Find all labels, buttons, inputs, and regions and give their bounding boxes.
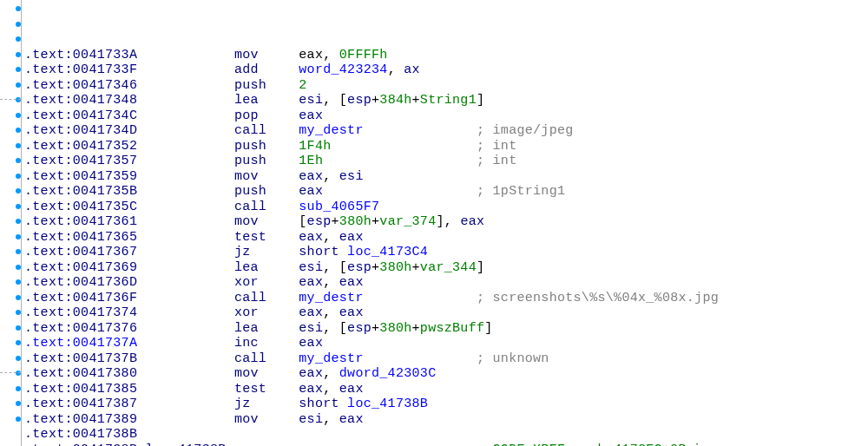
operands: eax, esi	[299, 169, 363, 184]
code-line[interactable]: .text:00417352 push 1F4h ; int	[24, 139, 868, 154]
breakpoint-dot[interactable]	[16, 36, 21, 42]
breakpoint-dot[interactable]	[16, 356, 21, 361]
section-addr: .text:00417389	[24, 412, 137, 427]
mnemonic: mov	[234, 214, 299, 229]
breakpoint-dot[interactable]	[16, 416, 21, 422]
breakpoint-dot[interactable]	[16, 82, 21, 88]
mnemonic: call	[234, 291, 299, 305]
mnemonic: push	[234, 184, 299, 199]
code-line[interactable]: .text:00417348 lea esi, [esp+384h+String…	[24, 93, 868, 108]
breakpoint-dot[interactable]	[16, 249, 21, 254]
comment: ; unknown	[477, 351, 549, 366]
code-label	[146, 123, 234, 138]
code-line[interactable]: .text:0041733F add word_423234, ax	[24, 62, 868, 78]
code-line[interactable]: .text:00417389 mov esi, eax	[24, 412, 868, 428]
breakpoint-dot[interactable]	[16, 279, 21, 285]
code-line[interactable]: .text:0041735C call sub_4065F7	[24, 200, 868, 215]
section-addr: .text:00417374	[24, 305, 137, 320]
code-line[interactable]: .text:0041734D call my_destr ; image/jpe…	[24, 123, 868, 139]
breakpoint-dot[interactable]	[16, 52, 21, 57]
operands: short loc_4173C4	[299, 245, 428, 259]
code-line[interactable]: .text:00417374 xor eax, eax	[24, 305, 868, 321]
code-label	[146, 245, 234, 259]
code-line[interactable]: .text:00417387 jz short loc_41738B	[24, 397, 868, 412]
comment: ; int	[477, 154, 517, 168]
breakpoint-dot[interactable]	[16, 310, 21, 315]
xref: ; CODE XREF: sub_4172EC+9B↑j	[477, 443, 700, 447]
breakpoint-dot[interactable]	[16, 6, 21, 11]
operands: 1F4h	[299, 139, 331, 154]
section-addr: .text:00417357	[24, 154, 137, 168]
breakpoint-dot[interactable]	[16, 204, 21, 209]
section-addr: .text:0041735C	[24, 200, 137, 214]
code-label	[146, 154, 234, 168]
code-line[interactable]: .text:0041738B loc_41738B: ; CODE XREF: …	[24, 443, 868, 447]
code-line[interactable]: .text:00417367 jz short loc_4173C4	[24, 245, 868, 260]
code-label	[146, 214, 234, 229]
breakpoint-dot[interactable]	[16, 188, 21, 193]
code-line[interactable]: .text:00417380 mov eax, dword_42303C	[24, 366, 868, 382]
disassembly-view: .text:0041733A mov eax, 0FFFFh.text:0041…	[0, 0, 868, 446]
breakpoint-dot[interactable]	[16, 143, 21, 148]
operands: word_423234, ax	[299, 62, 420, 77]
code-label	[146, 108, 234, 123]
operands: esi, eax	[299, 412, 363, 427]
code-line[interactable]: .text:00417376 lea esi, [esp+380h+pwszBu…	[24, 321, 868, 337]
mnemonic: push	[234, 139, 299, 154]
breakpoint-dot[interactable]	[16, 234, 21, 239]
section-addr: .text:00417369	[24, 260, 137, 275]
operands: eax, eax	[299, 382, 363, 397]
code-line[interactable]: .text:0041733A mov eax, 0FFFFh	[24, 48, 868, 63]
code-line[interactable]: .text:00417357 push 1Eh ; int	[24, 154, 868, 169]
breakpoint-dot[interactable]	[16, 67, 21, 72]
breakpoint-dot[interactable]	[16, 386, 21, 391]
breakpoint-dot[interactable]	[16, 128, 21, 133]
code-line[interactable]: .text:0041737A inc eax	[24, 336, 868, 351]
code-label	[146, 78, 234, 93]
operands: my_destr	[299, 123, 363, 138]
breakpoint-dot[interactable]	[16, 219, 21, 224]
breakpoint-dot[interactable]	[16, 340, 21, 345]
breakpoint-dot[interactable]	[16, 295, 21, 300]
code-line[interactable]: .text:00417385 test eax, eax	[24, 382, 868, 397]
mnemonic: lea	[234, 260, 299, 275]
operands: esi, [esp+380h+var_344]	[299, 260, 484, 275]
breakpoint-dot[interactable]	[16, 265, 21, 270]
breakpoint-dot[interactable]	[16, 22, 21, 27]
code-line[interactable]: .text:0041736F call my_destr ; screensho…	[24, 291, 868, 306]
code-label	[146, 291, 234, 305]
operands: [esp+380h+var_374], eax	[299, 214, 484, 229]
breakpoint-dot[interactable]	[16, 158, 21, 163]
breakpoint-dot[interactable]	[16, 113, 21, 118]
code-line[interactable]: .text:0041737B call my_destr ; unknown	[24, 351, 868, 367]
breakpoint-dot[interactable]	[16, 325, 21, 331]
mnemonic: call	[234, 123, 299, 138]
code-lines: .text:0041733A mov eax, 0FFFFh.text:0041…	[24, 48, 868, 447]
code-line[interactable]: .text:0041734C pop eax	[24, 108, 868, 124]
code-line[interactable]: .text:0041735B push eax ; 1pString1	[24, 184, 868, 200]
code-line[interactable]: .text:00417346 push 2	[24, 78, 868, 94]
code-line[interactable]: .text:00417369 lea esi, [esp+380h+var_34…	[24, 260, 868, 276]
operands: eax	[299, 108, 323, 123]
code-label	[146, 260, 234, 275]
code-line[interactable]: .text:00417359 mov eax, esi	[24, 169, 868, 185]
breakpoint-dot[interactable]	[16, 174, 21, 179]
mnemonic: test	[234, 382, 299, 397]
section-addr: .text:00417346	[24, 78, 137, 93]
code-line[interactable]: .text:00417365 test eax, eax	[24, 230, 868, 246]
code-line[interactable]: .text:0041736D xor eax, eax	[24, 275, 868, 291]
code-label	[146, 382, 234, 397]
section-addr: .text:0041738B	[24, 427, 137, 442]
section-addr: .text:0041734C	[24, 108, 137, 123]
fold-gutter	[0, 0, 22, 446]
code-label	[146, 230, 234, 245]
fold-rule	[0, 99, 21, 101]
operands: 1Eh	[299, 154, 323, 168]
code-line[interactable]: .text:00417361 mov [esp+380h+var_374], e…	[24, 214, 868, 230]
code-label	[146, 336, 234, 351]
mnemonic: jz	[234, 245, 299, 259]
code-line[interactable]: .text:0041738B	[24, 427, 868, 443]
code-label	[146, 184, 234, 199]
breakpoint-dot[interactable]	[16, 401, 21, 406]
mnemonic: test	[234, 230, 299, 245]
